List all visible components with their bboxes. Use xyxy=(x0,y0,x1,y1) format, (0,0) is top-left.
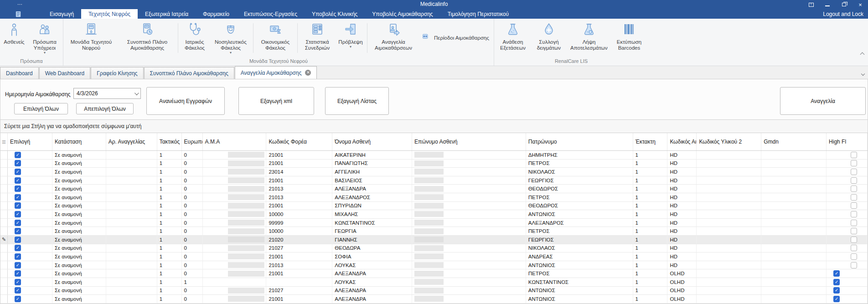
high-flux-cell[interactable] xyxy=(827,244,868,252)
tab-αναγγελία-αιμοκάθαρσης[interactable]: Αναγγελία Αιμοκάθαρσης✕ xyxy=(235,66,317,79)
dialysis-date-combobox[interactable]: 4/3/2026 xyxy=(73,88,141,99)
checkbox-checked-icon[interactable]: ✓ xyxy=(15,287,21,294)
select-cell[interactable]: ✓ xyxy=(8,176,52,185)
high-flux-cell[interactable] xyxy=(827,236,868,244)
restore-button[interactable] xyxy=(839,1,849,8)
checkbox-checked-icon[interactable]: ✓ xyxy=(15,237,21,243)
select-cell[interactable]: ✓ xyxy=(8,202,52,210)
table-row[interactable]: ✓Σε αναμονή1021001ΠΑΝΑΓΙΩΤΗΣΠΕΤΡΟΣ1HD xyxy=(0,160,868,168)
ribbon-button-πρόσωπα-υπόχρεοι[interactable]: Πρόσωπα Υπόχρεοι▾ xyxy=(27,21,62,57)
checkbox-checked-icon[interactable]: ✓ xyxy=(15,262,21,268)
select-cell[interactable]: ✓ xyxy=(8,185,52,193)
checkbox-checked-icon[interactable]: ✓ xyxy=(15,228,21,234)
ribbon-button-συνοπτικό-πλάνο-αιμοκάθαρσης[interactable]: Συνοπτικό Πλάνο Αιμοκάθαρσης xyxy=(118,21,176,57)
group-by-bar[interactable]: Σύρετε μια Στήλη για να ομαδοποιήσετε σύ… xyxy=(0,120,868,133)
checkbox-unchecked-icon[interactable] xyxy=(851,177,857,184)
checkbox-checked-icon[interactable]: ✓ xyxy=(15,194,21,201)
checkbox-unchecked-icon[interactable] xyxy=(851,228,857,234)
column-header-patr[interactable]: Πατρώνυμο xyxy=(526,133,633,150)
high-flux-cell[interactable]: ✓ xyxy=(827,295,868,303)
ribbon-button-αναγγελία-αιμοκαθάρσεων[interactable]: Αναγγελία Αιμοκαθάρσεων xyxy=(369,21,418,57)
column-header-yliko[interactable]: Κωδικός Υλικού 2 xyxy=(697,133,761,150)
table-row[interactable]: ✓Σε αναμονή1021001ΣΠΥΡΙΔΩΝΘΕΟΔΩΡΟΣ1HD xyxy=(0,202,868,211)
select-cell[interactable]: ✓ xyxy=(8,210,52,218)
ribbon-button-συλλογή-δειγμάτων[interactable]: Συλλογή δειγμάτων xyxy=(531,21,567,57)
column-header-ama[interactable]: Α.Μ.Α xyxy=(203,133,267,150)
table-row[interactable]: ✓Σε αναμονή1021001ΑΙΚΑΤΕΡΙΝΗΔΗΜΗΤΡΗΣ1HD xyxy=(0,151,868,160)
column-header-high[interactable]: High Fl xyxy=(827,133,868,150)
select-cell[interactable]: ✓ xyxy=(8,193,52,201)
checkbox-checked-icon[interactable]: ✓ xyxy=(833,296,840,302)
checkbox-checked-icon[interactable]: ✓ xyxy=(15,270,21,277)
table-row[interactable]: ✓Σε αναμονή1023014ΑΓΓΕΛΙΚΗΝΙΚΟΛΑΟΣ1HD xyxy=(0,168,868,176)
checkbox-unchecked-icon[interactable] xyxy=(851,185,857,192)
high-flux-cell[interactable] xyxy=(827,202,868,210)
table-row[interactable]: ✓Σε αναμονή1021027ΘΕΟΔΩΡΑΝΙΚΟΛΑΟΣ1HD xyxy=(0,244,868,253)
checkbox-unchecked-icon[interactable] xyxy=(851,211,857,217)
table-row[interactable]: ✎✓Σε αναμονή1021020ΓΙΑΝΝΗΣΓΕΩΡΓΙΟΣ1HD xyxy=(0,236,868,244)
column-header-onoma[interactable]: Όνομα Ασθενή xyxy=(332,133,412,150)
menu-item-εισαγωγή[interactable]: Εισαγωγή xyxy=(42,9,81,19)
checkbox-unchecked-icon[interactable] xyxy=(851,220,857,226)
select-cell[interactable]: ✓ xyxy=(8,269,52,278)
tab-συνοπτικό-πλάνο-αιμοκάθαρσης[interactable]: Συνοπτικό Πλάνο Αιμοκάθαρσης xyxy=(144,67,234,79)
checkbox-checked-icon[interactable]: ✓ xyxy=(15,245,21,251)
menu-item-τεχνητός-νεφρός[interactable]: Τεχνητός Νεφρός xyxy=(81,9,138,19)
select-cell[interactable]: ✓ xyxy=(8,244,52,252)
logout-and-lock-button[interactable]: Logout and Lock xyxy=(823,9,863,19)
high-flux-cell[interactable]: ✓ xyxy=(827,269,868,278)
select-cell[interactable]: ✓ xyxy=(8,151,52,159)
refresh-records-button[interactable]: Ανανέωση Εγγραφών xyxy=(146,87,225,115)
menu-item-εκτυπώσεις-εργασίες[interactable]: Εκτυπώσεις-Εργασίες xyxy=(237,9,305,19)
menu-item-υποβολές-κλινικής[interactable]: Υποβολές Κλινικής xyxy=(305,9,365,19)
select-cell[interactable]: ✓ xyxy=(8,236,52,244)
checkbox-checked-icon[interactable]: ✓ xyxy=(15,169,21,175)
table-row[interactable]: ✓Σε αναμονή1021013ΑΛΕΞΑΝΔΡΑΘΕΟΔΩΡΟΣ1HD xyxy=(0,185,868,193)
column-header-ar[interactable]: Αρ. Αναγγελίας xyxy=(106,133,157,150)
tab-dashboard[interactable]: Dashboard xyxy=(0,67,39,79)
high-flux-cell[interactable]: ✓ xyxy=(827,278,868,286)
table-row[interactable]: ✓Σε αναμονή1010000ΜΙΧΑΛΗΣΑΝΤΩΝΙΟΣ1HD xyxy=(0,210,868,219)
checkbox-checked-icon[interactable]: ✓ xyxy=(15,279,21,285)
column-header-ekt[interactable]: Έκτακτη xyxy=(633,133,668,150)
checkbox-checked-icon[interactable]: ✓ xyxy=(15,211,21,217)
ribbon-collapse-button[interactable] xyxy=(861,51,865,56)
ribbon-button-περίοδοι-αιμοκάθαρσης[interactable]: Περίοδοι Αιμοκάθαρσης xyxy=(418,31,493,44)
app-icon[interactable] xyxy=(15,11,24,19)
close-button[interactable]: × xyxy=(855,1,865,8)
table-row[interactable]: ✓Σε αναμονή1010000ΓΕΩΡΓΙΑΠΕΤΡΟΣ1HD xyxy=(0,227,868,236)
select-cell[interactable]: ✓ xyxy=(8,287,52,295)
table-row[interactable]: ✓Σε αναμονή1021013ΑΛΕΞΑΝΔΡΟΣΠΕΤΡΟΣ1HD xyxy=(0,193,868,202)
deselect-all-button[interactable]: Απεπιλογή Όλων xyxy=(76,103,134,114)
select-all-button[interactable]: Επιλογή Όλων xyxy=(14,103,68,114)
checkbox-checked-icon[interactable]: ✓ xyxy=(15,160,21,166)
column-header-eponymo[interactable]: Επώνυμο Ασθενή xyxy=(412,133,526,150)
checkbox-checked-icon[interactable]: ✓ xyxy=(15,253,21,260)
announce-button[interactable]: Αναγγελία xyxy=(780,87,866,115)
high-flux-cell[interactable] xyxy=(827,193,868,201)
table-row[interactable]: ✓Σε αναμονή1021001ΣΟΦΙΑΑΝΔΡΕΑΣ1HD xyxy=(0,252,868,261)
checkbox-checked-icon[interactable]: ✓ xyxy=(15,185,21,192)
column-header-aimo[interactable]: Κωδικός Αιμο xyxy=(667,133,697,150)
high-flux-cell[interactable] xyxy=(827,168,868,176)
checkbox-checked-icon[interactable]: ✓ xyxy=(15,202,21,209)
checkbox-unchecked-icon[interactable] xyxy=(851,169,857,175)
high-flux-cell[interactable] xyxy=(827,252,868,261)
table-row[interactable]: ✓Σε αναμονή1021001ΑΛΕΞΑΝΔΡΑΠΕΤΡΟΣ1OLHD✓ xyxy=(0,269,868,278)
tab-close-icon[interactable]: ✕ xyxy=(305,70,311,76)
checkbox-unchecked-icon[interactable] xyxy=(851,194,857,201)
table-row[interactable]: ✓Σε αναμονή1021013ΛΟΥΚΑΣΑΝΤΩΝΙΟΣ1HD xyxy=(0,261,868,270)
checkbox-checked-icon[interactable]: ✓ xyxy=(833,287,840,294)
high-flux-cell[interactable] xyxy=(827,219,868,227)
select-cell[interactable]: ✓ xyxy=(8,160,52,168)
checkbox-unchecked-icon[interactable] xyxy=(851,245,857,251)
ribbon-button-πρόβλεψη[interactable]: Πρόβλεψη▾ xyxy=(336,21,366,57)
minimize-button[interactable] xyxy=(822,1,832,8)
high-flux-cell[interactable] xyxy=(827,261,868,269)
ribbon-button-λήψη-αποτελεσμάτων[interactable]: Λήψη Αποτελεσμάτων xyxy=(567,21,611,57)
ribbon-button-νοσηλευτικός-φάκελος[interactable]: Νοσηλευτικός Φάκελος▾ xyxy=(210,21,252,57)
high-flux-cell[interactable] xyxy=(827,176,868,185)
column-header-status[interactable]: Κατάσταση xyxy=(52,133,106,150)
ribbon-button-ανάθεση-εξετάσεων[interactable]: Ανάθεση Εξετάσεων xyxy=(495,21,531,57)
high-flux-cell[interactable] xyxy=(827,185,868,193)
